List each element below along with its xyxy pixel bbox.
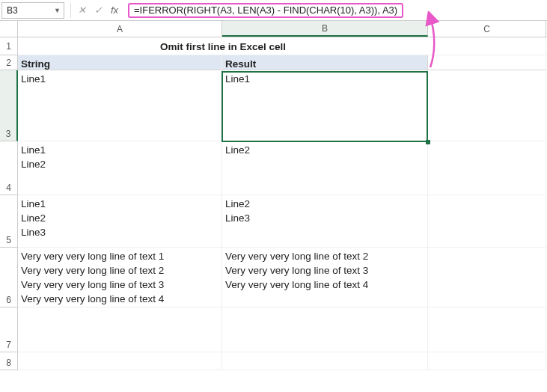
cell-c8[interactable] [428,352,546,370]
cell-b6[interactable]: Very very very long line of text 2 Very … [222,248,428,307]
row-5: 5Line1 Line2 Line3Line2 Line3 [0,195,547,248]
cell-a8[interactable] [18,352,222,370]
row-header-5[interactable]: 5 [0,195,18,248]
cancel-icon[interactable]: ✕ [74,3,89,18]
spreadsheet-grid: A B C 1 Omit first line in Excel cell 2 … [0,21,547,392]
cell-b4[interactable]: Line2 [222,141,428,195]
formula-bar-icons: ✕ ✓ fx [74,3,122,18]
row-header-7[interactable]: 7 [0,307,18,352]
cell-c6[interactable] [428,248,546,307]
column-headers: A B C [0,21,547,37]
row-7: 7 [0,307,547,352]
row-header-1[interactable]: 1 [0,37,18,55]
cell-c2[interactable] [428,55,546,70]
select-all-corner[interactable] [0,21,18,37]
formula-input[interactable]: =IFERROR(RIGHT(A3, LEN(A3) - FIND(CHAR(1… [125,2,547,19]
cell-a6[interactable]: Very very very long line of text 1 Very … [18,248,222,307]
cell-c4[interactable] [428,141,546,195]
cell-a7[interactable] [18,307,222,352]
cell-b3[interactable]: Line1 [222,70,428,141]
separator [70,3,71,18]
cell-b5[interactable]: Line2 Line3 [222,195,428,248]
row-3: 3Line1Line1 [0,70,547,141]
row-header-2[interactable]: 2 [0,55,18,70]
formula-bar: B3 ▼ ✕ ✓ fx =IFERROR(RIGHT(A3, LEN(A3) -… [0,0,547,21]
title-cell-left[interactable] [18,37,222,55]
name-box[interactable]: B3 ▼ [1,2,64,19]
row-6: 6Very very very long line of text 1 Very… [0,248,547,307]
row-header-6[interactable]: 6 [0,248,18,307]
cell-b8[interactable] [222,352,428,370]
row-4: 4Line1 Line2Line2 [0,141,547,195]
enter-icon[interactable]: ✓ [91,3,106,18]
row-header-3[interactable]: 3 [0,70,18,141]
row-8: 8 [0,352,547,370]
col-header-b[interactable]: B [222,21,428,37]
chevron-down-icon: ▼ [54,7,61,14]
row-2: 2 String Result [0,55,547,70]
header-string[interactable]: String [18,55,222,70]
row-header-8[interactable]: 8 [0,352,18,370]
row-header-4[interactable]: 4 [0,141,18,195]
cell-a3[interactable]: Line1 [18,70,222,141]
name-box-value: B3 [7,5,18,16]
cell-c3[interactable] [428,70,546,141]
fill-handle[interactable] [426,140,430,144]
fx-icon[interactable]: fx [107,3,122,18]
col-header-a[interactable]: A [18,21,222,37]
cell-c7[interactable] [428,307,546,352]
cell-b7[interactable] [222,307,428,352]
formula-text: =IFERROR(RIGHT(A3, LEN(A3) - FIND(CHAR(1… [128,3,403,18]
title-cell[interactable] [222,37,428,55]
header-result[interactable]: Result [222,55,428,70]
cell-c1[interactable] [428,37,546,55]
cell-c5[interactable] [428,195,546,248]
col-header-c[interactable]: C [428,21,546,37]
cell-a4[interactable]: Line1 Line2 [18,141,222,195]
cell-a5[interactable]: Line1 Line2 Line3 [18,195,222,248]
row-1: 1 [0,37,547,55]
